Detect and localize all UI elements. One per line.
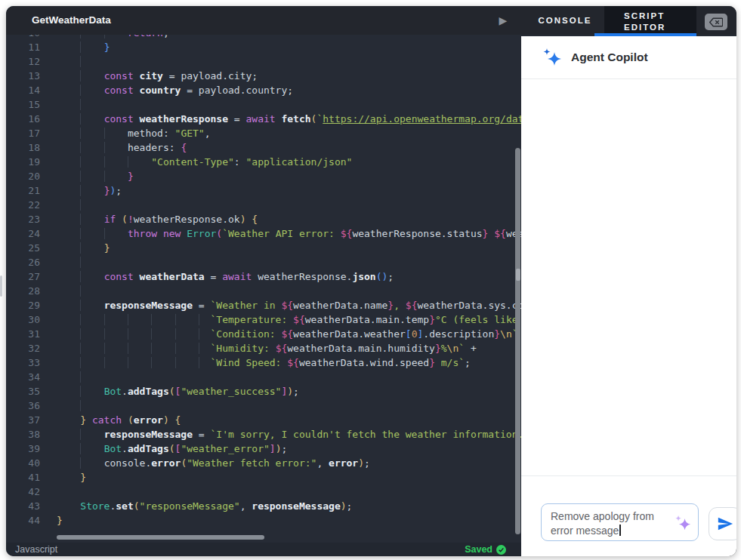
line-number: 33 (6, 355, 40, 370)
code-line[interactable]: 27 const weatherData = await weatherResp… (6, 269, 521, 284)
code-lines: 10 return;11 }12 13 const city = payload… (6, 35, 521, 528)
code-line[interactable]: 15 (6, 97, 521, 112)
line-number: 18 (6, 140, 40, 155)
tab-script-editor[interactable]: SCRIPT EDITOR (604, 6, 696, 36)
line-number: 30 (6, 312, 40, 327)
window-title: GetWeatherData (32, 6, 111, 35)
saved-label: Saved (465, 544, 492, 555)
code-line[interactable]: 30 `Temperature: ${weatherData.main.temp… (6, 312, 521, 327)
line-number: 10 (6, 35, 40, 40)
line-number: 21 (6, 183, 40, 198)
line-number: 36 (6, 398, 40, 413)
line-number: 22 (6, 198, 40, 212)
line-number: 28 (6, 284, 40, 298)
code-line[interactable]: 29 responseMessage = `Weather in ${weath… (6, 298, 521, 312)
line-number: 17 (6, 126, 40, 140)
page-scrollbar-tick (0, 275, 2, 297)
line-number: 13 (6, 69, 40, 83)
line-number: 43 (6, 499, 40, 513)
code-line[interactable]: 22 (6, 198, 521, 212)
code-line[interactable]: 13 const city = payload.city; (6, 69, 521, 83)
code-line[interactable]: 42 (6, 485, 521, 499)
code-line[interactable]: 32 `Humidity: ${weatherData.main.humidit… (6, 341, 521, 355)
play-icon: ▶ (499, 14, 508, 26)
code-line[interactable]: 39 Bot.addTags(["weather_error"]); (6, 442, 521, 456)
code-line[interactable]: 18 headers: { (6, 140, 521, 155)
line-number: 35 (6, 384, 40, 398)
input-sparkle-icon (675, 515, 691, 531)
close-button[interactable] (705, 14, 727, 30)
line-number: 44 (6, 513, 40, 528)
check-circle-icon (496, 545, 506, 555)
line-number: 29 (6, 298, 40, 312)
code-line[interactable]: 12 (6, 54, 521, 69)
send-icon (717, 515, 733, 532)
titlebar: GetWeatherData ▶ CONSOLE SCRIPT EDITOR (6, 6, 736, 35)
prompt-input-value: Remove apology from error message (551, 509, 665, 538)
code-line[interactable]: 28 (6, 284, 521, 298)
line-number: 42 (6, 485, 40, 499)
line-number: 40 (6, 456, 40, 470)
line-number: 25 (6, 241, 40, 255)
line-number: 38 (6, 427, 40, 442)
horizontal-scrollbar[interactable] (57, 535, 264, 540)
line-number: 34 (6, 370, 40, 384)
copilot-header: Agent Copilot (521, 36, 736, 78)
send-button[interactable] (709, 507, 736, 540)
code-line[interactable]: 24 throw new Error(`Weather API error: $… (6, 226, 521, 241)
line-number: 27 (6, 269, 40, 284)
text-cursor (619, 525, 621, 536)
code-line[interactable]: 25 } (6, 241, 521, 255)
header-divider (521, 78, 736, 79)
prompt-input[interactable]: Remove apology from error message (541, 503, 699, 541)
code-line[interactable]: 14 const country = payload.country; (6, 83, 521, 97)
code-line[interactable]: 20 } (6, 169, 521, 183)
line-number: 15 (6, 97, 40, 112)
line-number: 12 (6, 54, 40, 69)
code-line[interactable]: 40 console.error("Weather fetch error:",… (6, 456, 521, 470)
line-number: 20 (6, 169, 40, 183)
line-number: 16 (6, 112, 40, 126)
status-bar: Javascript Saved (6, 543, 521, 556)
line-number: 32 (6, 341, 40, 355)
vertical-scrollbar[interactable] (515, 148, 520, 534)
code-line[interactable]: 23 if (!weatherResponse.ok) { (6, 212, 521, 226)
line-number: 23 (6, 212, 40, 226)
line-number: 19 (6, 155, 40, 169)
copilot-title: Agent Copilot (571, 51, 648, 64)
code-line[interactable]: 37 } catch (error) { (6, 413, 521, 427)
code-line[interactable]: 34 (6, 370, 521, 384)
code-line[interactable]: 36 (6, 398, 521, 413)
line-number: 37 (6, 413, 40, 427)
language-label: Javascript (15, 544, 57, 555)
code-line[interactable]: 21 }); (6, 183, 521, 198)
input-section-divider (521, 475, 736, 476)
backspace-close-icon (709, 17, 723, 27)
code-line[interactable]: 16 const weatherResponse = await fetch(`… (6, 112, 521, 126)
run-button[interactable]: ▶ (492, 6, 514, 35)
line-number: 26 (6, 255, 40, 269)
line-number: 31 (6, 327, 40, 341)
code-line[interactable]: 26 (6, 255, 521, 269)
line-number: 41 (6, 470, 40, 485)
code-line[interactable]: 44} (6, 513, 521, 528)
line-number: 14 (6, 83, 40, 97)
code-line[interactable]: 19 "Content-Type": "application/json" (6, 155, 521, 169)
code-editor[interactable]: 10 return;11 }12 13 const city = payload… (6, 35, 521, 543)
code-line[interactable]: 17 method: "GET", (6, 126, 521, 140)
code-line[interactable]: 43 Store.set("responseMessage", response… (6, 499, 521, 513)
saved-status: Saved (465, 544, 506, 555)
code-line[interactable]: 35 Bot.addTags(["weather_success"]); (6, 384, 521, 398)
code-line[interactable]: 10 return; (6, 35, 521, 40)
tab-console[interactable]: CONSOLE (530, 6, 600, 35)
line-number: 24 (6, 226, 40, 241)
code-line[interactable]: 11 } (6, 40, 521, 54)
line-number: 11 (6, 40, 40, 54)
scrollbar-marker (516, 269, 520, 281)
code-line[interactable]: 33 `Wind Speed: ${weatherData.wind.speed… (6, 355, 521, 370)
code-line[interactable]: 38 responseMessage = `I'm sorry, I could… (6, 427, 521, 442)
code-line[interactable]: 31 `Condition: ${weatherData.weather[0].… (6, 327, 521, 341)
line-number: 39 (6, 442, 40, 456)
agent-copilot-panel: Agent Copilot Remove apology from error … (521, 36, 736, 556)
code-line[interactable]: 41 } (6, 470, 521, 485)
